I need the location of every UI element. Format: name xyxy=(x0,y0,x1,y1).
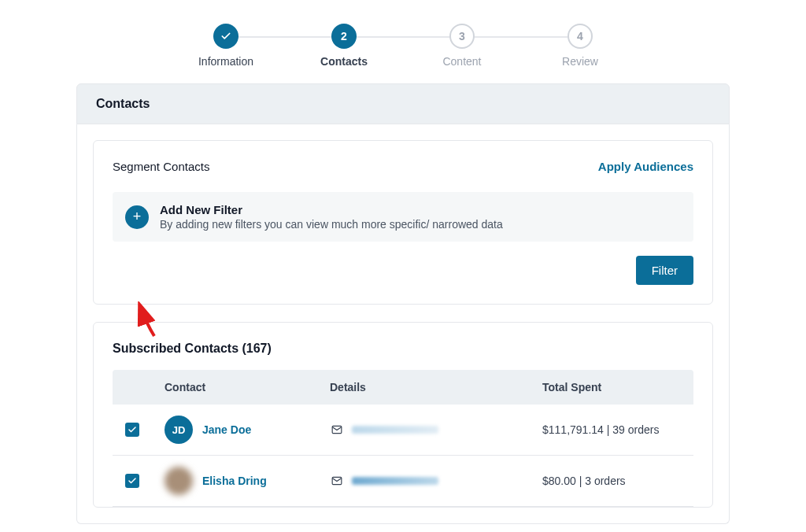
check-icon xyxy=(128,476,137,486)
segment-title: Segment Contacts xyxy=(113,160,209,173)
redacted-email xyxy=(352,477,438,485)
step-connector xyxy=(344,36,462,38)
redacted-email xyxy=(352,426,438,434)
add-filter-row[interactable]: + Add New Filter By adding new filters y… xyxy=(113,192,693,242)
step-label: Content xyxy=(442,55,481,68)
avatar: JD xyxy=(165,416,193,444)
table-row: JD Jane Doe $111,791.14 | 39 orders xyxy=(113,405,693,456)
panel-header: Contacts xyxy=(76,83,730,124)
step-label: Contacts xyxy=(320,55,368,68)
row-checkbox[interactable] xyxy=(125,474,139,488)
step-circle-active: 2 xyxy=(331,24,357,49)
step-label: Review xyxy=(562,55,598,68)
header-contact: Contact xyxy=(165,381,330,393)
check-icon xyxy=(220,31,231,42)
step-circle-pending: 3 xyxy=(449,24,475,49)
contact-name-link[interactable]: Jane Doe xyxy=(202,423,251,436)
total-spent: $111,791.14 | 39 orders xyxy=(542,423,681,436)
step-circle-pending: 4 xyxy=(568,24,593,49)
header-details: Details xyxy=(330,381,542,393)
add-filter-desc: By adding new filters you can view much … xyxy=(160,218,503,231)
step-information[interactable]: Information xyxy=(167,24,285,68)
step-circle-completed xyxy=(213,24,238,49)
header-total: Total Spent xyxy=(542,381,681,393)
step-review[interactable]: 4 Review xyxy=(521,24,639,68)
step-content[interactable]: 3 Content xyxy=(403,24,521,68)
plus-icon[interactable]: + xyxy=(125,205,149,229)
step-label: Information xyxy=(198,55,253,68)
total-spent: $80.00 | 3 orders xyxy=(542,475,681,487)
subscribed-card: Subscribed Contacts (167) Contact Detail… xyxy=(93,322,713,508)
segment-header: Segment Contacts Apply Audiences xyxy=(113,160,693,173)
step-connector xyxy=(226,36,344,38)
add-filter-text: Add New Filter By adding new filters you… xyxy=(160,203,503,231)
avatar xyxy=(165,467,193,495)
contact-name-link[interactable]: Elisha Dring xyxy=(202,475,267,487)
step-contacts[interactable]: 2 Contacts xyxy=(285,24,403,68)
check-icon xyxy=(128,425,137,434)
table-header: Contact Details Total Spent xyxy=(113,370,693,405)
filter-button[interactable]: Filter xyxy=(636,256,693,285)
mail-icon xyxy=(330,475,344,486)
panel-title: Contacts xyxy=(96,97,710,111)
panel-body: Segment Contacts Apply Audiences + Add N… xyxy=(76,124,730,524)
step-connector xyxy=(462,36,580,38)
subscribed-title: Subscribed Contacts (167) xyxy=(113,342,693,356)
table-row: Elisha Dring $80.00 | 3 orders xyxy=(113,456,693,507)
mail-icon xyxy=(330,424,344,435)
add-filter-title: Add New Filter xyxy=(160,203,503,216)
apply-audiences-link[interactable]: Apply Audiences xyxy=(598,160,693,173)
segment-card: Segment Contacts Apply Audiences + Add N… xyxy=(93,140,713,305)
wizard-stepper: Information 2 Contacts 3 Content 4 Revie… xyxy=(0,0,806,83)
row-checkbox[interactable] xyxy=(125,423,139,437)
